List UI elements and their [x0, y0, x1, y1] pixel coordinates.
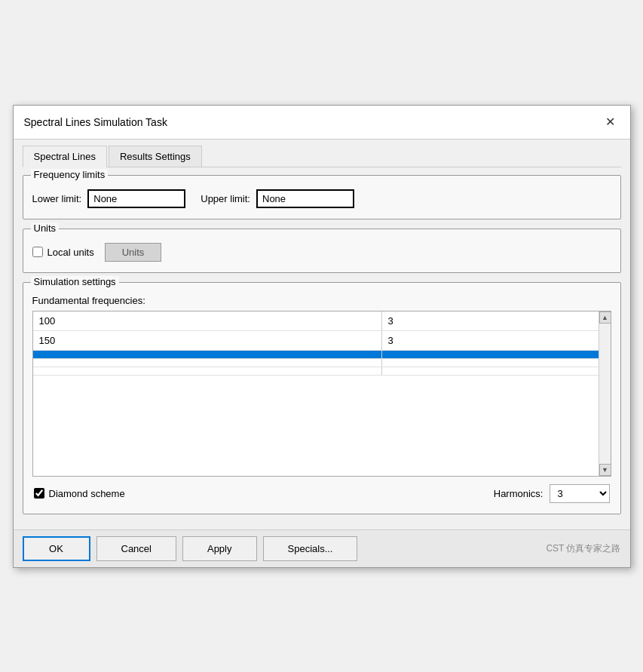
- close-button[interactable]: ✕: [602, 113, 620, 131]
- diamond-scheme-label[interactable]: Diamond scheme: [34, 488, 125, 499]
- units-section: Units Local units Units: [23, 229, 621, 273]
- bottom-controls-row: Diamond scheme Harmonics: 1 2 3 4 5: [32, 484, 611, 503]
- watermark: CST 仿真专家之路: [546, 536, 620, 561]
- upper-limit-label: Upper limit:: [201, 193, 250, 204]
- ok-button[interactable]: OK: [23, 536, 90, 561]
- table-cell-freq-3: [33, 350, 382, 358]
- table-cell-val-1: 3: [381, 311, 598, 331]
- simulation-settings-label: Simulation settings: [31, 276, 119, 287]
- fundamental-frequencies-label: Fundamental frequencies:: [32, 295, 611, 306]
- table-row-selected[interactable]: [33, 350, 599, 358]
- title-bar: Spectral Lines Simulation Task ✕: [14, 106, 630, 140]
- harmonics-row: Harmonics: 1 2 3 4 5: [494, 484, 610, 503]
- table-cell-freq-1: 100: [33, 311, 382, 331]
- lower-limit-input[interactable]: [87, 189, 185, 208]
- tab-results-settings[interactable]: Results Settings: [109, 146, 202, 167]
- specials-button[interactable]: Specials...: [263, 536, 358, 561]
- chevron-down-icon: ▼: [602, 466, 608, 474]
- lower-limit-field: Lower limit:: [32, 189, 186, 208]
- frequency-table-wrapper[interactable]: 100 3 150 3: [32, 311, 611, 477]
- units-section-label: Units: [31, 222, 60, 234]
- local-units-label[interactable]: Local units: [32, 247, 94, 258]
- frequency-table: 100 3 150 3: [33, 311, 599, 376]
- upper-limit-input[interactable]: [256, 189, 354, 208]
- diamond-scheme-checkbox[interactable]: [34, 488, 44, 499]
- upper-limit-field: Upper limit:: [201, 189, 354, 208]
- harmonics-select[interactable]: 1 2 3 4 5: [550, 484, 610, 503]
- table-row[interactable]: [33, 367, 599, 375]
- dialog-footer: OK Cancel Apply Specials... CST 仿真专家之路: [14, 529, 630, 567]
- dialog-body: Spectral Lines Results Settings Frequenc…: [14, 140, 630, 529]
- dialog-title: Spectral Lines Simulation Task: [24, 116, 167, 128]
- chevron-up-icon: ▲: [602, 314, 608, 321]
- frequency-limits-section: Frequency limits Lower limit: Upper limi…: [23, 175, 621, 219]
- table-cell-freq-2: 150: [33, 330, 382, 350]
- close-icon: ✕: [605, 115, 615, 129]
- tab-bar: Spectral Lines Results Settings: [23, 146, 621, 167]
- frequency-limits-row: Lower limit: Upper limit:: [32, 189, 611, 208]
- units-button[interactable]: Units: [105, 243, 162, 262]
- cancel-button[interactable]: Cancel: [96, 536, 176, 561]
- table-cell-val-2: 3: [381, 330, 598, 350]
- tab-spectral-lines[interactable]: Spectral Lines: [23, 146, 107, 167]
- apply-button[interactable]: Apply: [182, 536, 257, 561]
- table-row[interactable]: 100 3: [33, 311, 599, 331]
- table-cell-val-3: [381, 350, 598, 358]
- harmonics-label: Harmonics:: [494, 488, 543, 499]
- frequency-limits-label: Frequency limits: [31, 169, 109, 180]
- scroll-up-button[interactable]: ▲: [599, 311, 611, 324]
- units-row: Local units Units: [32, 243, 611, 262]
- main-dialog: Spectral Lines Simulation Task ✕ Spectra…: [13, 105, 631, 568]
- scroll-down-button[interactable]: ▼: [599, 464, 611, 476]
- local-units-checkbox[interactable]: [32, 247, 43, 257]
- scrollbar[interactable]: ▲ ▼: [599, 311, 611, 476]
- table-row[interactable]: 150 3: [33, 330, 599, 350]
- lower-limit-label: Lower limit:: [32, 193, 82, 204]
- table-row[interactable]: [33, 358, 599, 367]
- simulation-settings-section: Simulation settings Fundamental frequenc…: [23, 282, 621, 514]
